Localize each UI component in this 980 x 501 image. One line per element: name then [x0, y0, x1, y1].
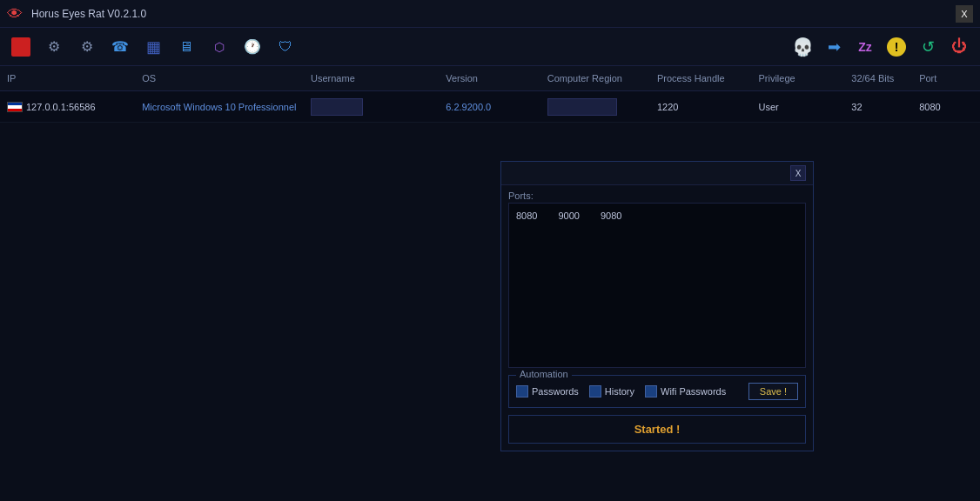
history-checkbox-label[interactable]: History: [589, 385, 634, 397]
wifi-passwords-checkbox[interactable]: [645, 385, 657, 397]
started-bar: Started !: [508, 415, 806, 444]
col-header-version: Version: [439, 70, 540, 87]
table-body: 127.0.0.1:56586 Microsoft Windows 10 Pro…: [0, 91, 980, 123]
clock-icon: 🕐: [244, 38, 261, 55]
arrow-icon: ➡: [828, 37, 841, 57]
gear-icon-1: ⚙: [48, 38, 60, 55]
exclaim-button[interactable]: !: [883, 33, 910, 61]
port-value-3: 9080: [601, 210, 621, 221]
cell-bits: 32: [844, 98, 912, 116]
username-input[interactable]: [311, 98, 363, 116]
red-square-button[interactable]: [7, 33, 35, 61]
camera-icon: ⬡: [214, 40, 225, 54]
cell-port: 8080: [912, 98, 980, 116]
col-header-process: Process Handle: [650, 70, 752, 87]
automation-section: Automation Passwords History Wifi Passwo…: [508, 375, 806, 408]
gear-icon-2: ⚙: [81, 38, 93, 55]
power-icon: ⏻: [951, 37, 967, 56]
region-input[interactable]: [547, 98, 617, 116]
skull-icon: 💀: [792, 37, 814, 57]
app-icon: 👁: [7, 5, 24, 23]
wifi-passwords-label: Wifi Passwords: [661, 386, 726, 397]
eu-flag-icon: [7, 102, 23, 112]
port-value-1: 8080: [516, 210, 537, 221]
app-title: Horus Eyes Rat V0.2.1.0: [31, 8, 956, 20]
automation-legend: Automation: [516, 369, 572, 379]
table-header: IP OS Username Version Computer Region P…: [0, 66, 980, 91]
sleep-button[interactable]: Zz: [851, 33, 879, 61]
automation-row: Passwords History Wifi Passwords Save !: [516, 383, 798, 400]
clock-button[interactable]: 🕐: [238, 33, 266, 61]
history-checkbox[interactable]: [589, 385, 601, 397]
save-button[interactable]: Save !: [748, 383, 798, 400]
phone-button[interactable]: ☎: [106, 33, 134, 61]
exclaim-icon: !: [887, 37, 906, 57]
monitor-button[interactable]: 🖥: [172, 33, 200, 61]
col-header-region: Computer Region: [540, 70, 650, 87]
passwords-label: Passwords: [532, 386, 579, 397]
modal-close-button[interactable]: X: [790, 165, 806, 181]
started-text: Started !: [634, 423, 681, 436]
monitor-icon: 🖥: [179, 39, 193, 55]
col-header-port: Port: [912, 70, 980, 87]
col-header-username: Username: [304, 70, 439, 87]
shield-button[interactable]: 🛡: [272, 33, 299, 61]
passwords-checkbox[interactable]: [516, 385, 528, 397]
shield-icon: 🛡: [279, 39, 292, 55]
col-header-os: OS: [135, 70, 304, 87]
history-label: History: [605, 386, 634, 397]
cell-region: [540, 95, 650, 119]
phone-icon: ☎: [111, 38, 129, 55]
gear-button-1[interactable]: ⚙: [40, 33, 68, 61]
power-button[interactable]: ⏻: [945, 33, 973, 61]
title-bar: 👁 Horus Eyes Rat V0.2.1.0 X: [0, 0, 980, 28]
camera-button[interactable]: ⬡: [205, 33, 233, 61]
cell-process-handle: 1220: [650, 98, 752, 116]
toolbar: ⚙ ⚙ ☎ ▦ 🖥 ⬡ 🕐 🛡 💀 ➡ Zz ! ↺: [0, 28, 980, 66]
cell-version: 6.2.9200.0: [439, 98, 540, 116]
database-icon: ▦: [146, 37, 161, 57]
col-header-bits: 32/64 Bits: [844, 70, 912, 87]
ports-modal: X Ports: 8080 9000 9080 Automation Passw…: [500, 161, 814, 451]
col-header-privilege: Privilege: [751, 70, 844, 87]
cell-username: [304, 95, 439, 119]
table-row[interactable]: 127.0.0.1:56586 Microsoft Windows 10 Pro…: [0, 91, 980, 123]
passwords-checkbox-label[interactable]: Passwords: [516, 385, 579, 397]
arrow-button[interactable]: ➡: [820, 33, 848, 61]
cell-privilege: User: [751, 98, 844, 116]
port-value-2: 9000: [558, 210, 579, 221]
database-button[interactable]: ▦: [139, 33, 167, 61]
cell-ip: 127.0.0.1:56586: [0, 98, 135, 116]
zzz-icon: Zz: [858, 40, 872, 54]
refresh-button[interactable]: ↺: [914, 33, 942, 61]
refresh-icon: ↺: [922, 37, 935, 57]
wifi-passwords-checkbox-label[interactable]: Wifi Passwords: [645, 385, 726, 397]
cell-os: Microsoft Windows 10 Professionnel: [135, 98, 304, 116]
red-square-icon: [11, 37, 30, 57]
ports-label: Ports:: [501, 185, 813, 203]
skull-button[interactable]: 💀: [789, 33, 816, 61]
ports-row: 8080 9000 9080: [516, 210, 798, 221]
ports-area: 8080 9000 9080: [508, 203, 806, 368]
modal-header: X: [501, 162, 813, 185]
col-header-ip: IP: [0, 70, 135, 87]
close-button[interactable]: X: [956, 5, 973, 23]
gear-button-2[interactable]: ⚙: [73, 33, 101, 61]
